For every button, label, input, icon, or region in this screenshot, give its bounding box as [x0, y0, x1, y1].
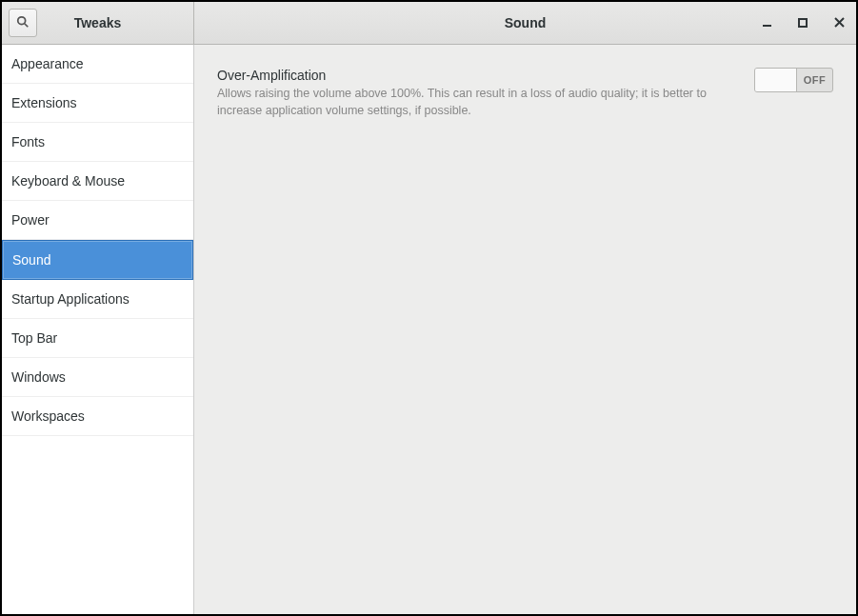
titlebar-left: Tweaks [2, 2, 194, 44]
setting-over-amplification: Over-Amplification Allows raising the vo… [217, 68, 833, 119]
sidebar: Appearance Extensions Fonts Keyboard & M… [2, 45, 194, 614]
setting-title: Over-Amplification [217, 68, 731, 83]
app-window: Tweaks Sound [0, 0, 858, 616]
switch-knob [755, 69, 797, 91]
sidebar-item-startup-applications[interactable]: Startup Applications [2, 280, 193, 319]
sidebar-item-extensions[interactable]: Extensions [2, 84, 193, 123]
svg-line-1 [25, 23, 29, 27]
maximize-icon [798, 16, 808, 30]
search-button[interactable] [9, 9, 37, 37]
titlebar-right: Sound [194, 2, 856, 44]
svg-point-0 [18, 16, 26, 24]
minimize-button[interactable] [757, 13, 776, 32]
maximize-button[interactable] [793, 13, 812, 32]
search-icon [16, 15, 30, 31]
titlebar: Tweaks Sound [2, 2, 856, 45]
body: Appearance Extensions Fonts Keyboard & M… [2, 45, 856, 614]
sidebar-item-top-bar[interactable]: Top Bar [2, 319, 193, 358]
svg-rect-2 [763, 25, 771, 27]
content-pane: Over-Amplification Allows raising the vo… [194, 45, 856, 614]
switch-state-label: OFF [797, 69, 832, 91]
sidebar-item-keyboard-mouse[interactable]: Keyboard & Mouse [2, 162, 193, 201]
setting-description: Allows raising the volume above 100%. Th… [217, 85, 731, 119]
svg-rect-3 [799, 19, 807, 27]
sidebar-item-fonts[interactable]: Fonts [2, 123, 193, 162]
close-button[interactable] [829, 13, 848, 32]
setting-text: Over-Amplification Allows raising the vo… [217, 68, 731, 119]
window-controls [757, 2, 848, 44]
sidebar-item-power[interactable]: Power [2, 201, 193, 240]
sidebar-item-workspaces[interactable]: Workspaces [2, 397, 193, 436]
minimize-icon [762, 16, 772, 30]
over-amplification-toggle[interactable]: OFF [754, 68, 833, 92]
sidebar-item-windows[interactable]: Windows [2, 358, 193, 397]
sidebar-item-appearance[interactable]: Appearance [2, 45, 193, 84]
close-icon [834, 16, 845, 30]
sidebar-item-sound[interactable]: Sound [2, 240, 193, 280]
